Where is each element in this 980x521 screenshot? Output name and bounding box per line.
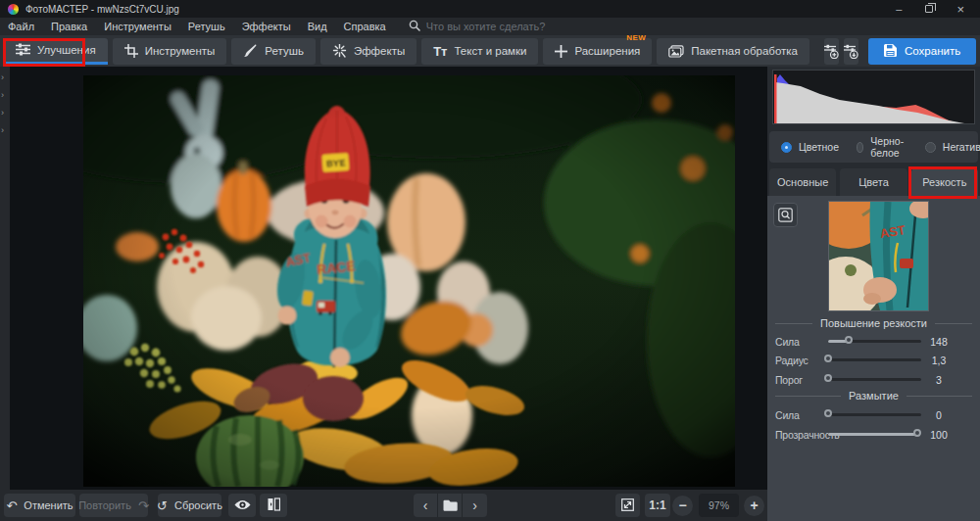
slider-label: Сила — [775, 409, 800, 421]
slider-knob[interactable] — [824, 374, 832, 382]
fit-to-screen-button[interactable] — [615, 494, 640, 517]
slider-value: 1,3 — [916, 355, 961, 366]
reset-icon: ↺ — [157, 499, 168, 512]
slider-knob[interactable] — [824, 409, 832, 417]
tab-text-frames[interactable]: Тт Текст и рамки — [421, 38, 538, 65]
tab-tools[interactable]: Инструменты — [113, 38, 227, 65]
download-preset-button[interactable] — [844, 38, 858, 65]
main-toolbar: Улучшения Инструменты Ретушь Эффекты Тт … — [0, 35, 980, 67]
eye-icon — [234, 499, 251, 512]
slider-label: Сила — [775, 336, 800, 348]
title-bar: ФотоМАСТЕР - mwNzsCt7vCU.jpg – × — [0, 0, 980, 18]
slider-track[interactable] — [828, 433, 921, 436]
expand-chevron-icon[interactable]: › — [1, 126, 4, 135]
zoom-out-button[interactable]: − — [672, 496, 693, 516]
expand-icon — [621, 498, 634, 513]
tab-label: Текст и рамки — [454, 45, 526, 57]
next-photo-button[interactable]: › — [463, 494, 487, 517]
tab-batch-processing[interactable]: Пакетная обработка — [657, 38, 809, 65]
window-title: ФотоМАСТЕР - mwNzsCt7vCU.jpg — [25, 4, 179, 15]
slider-label: Порог — [775, 374, 803, 386]
slider-track[interactable] — [828, 378, 921, 381]
show-original-button[interactable] — [228, 494, 256, 517]
menu-file[interactable]: Файл — [8, 21, 34, 32]
photo-canvas[interactable]: AST RACE — [10, 67, 767, 490]
zoom-in-button[interactable]: + — [744, 496, 764, 516]
tab-label: Улучшения — [37, 44, 96, 56]
menu-edit[interactable]: Правка — [51, 21, 87, 32]
search-icon — [409, 18, 420, 35]
slider-knob[interactable] — [824, 355, 832, 362]
slider-row-strength: Сила 148 — [767, 334, 980, 350]
section-header-sharpen: Повышение резкости — [775, 316, 972, 330]
text-icon: Тт — [433, 44, 447, 59]
restore-button[interactable] — [925, 5, 933, 13]
slider-row-opacity: Прозрачность 100 — [767, 427, 980, 443]
slider-track[interactable] — [828, 358, 921, 361]
folder-icon — [443, 499, 458, 511]
slider-row-radius: Радиус 1,3 — [767, 353, 980, 368]
add-preset-button[interactable] — [824, 38, 839, 65]
sharpness-panel: AST Повышение резкости Сила 148 Радиус — [767, 196, 980, 521]
magic-wand-icon — [332, 44, 347, 58]
expand-chevron-icon[interactable]: › — [1, 109, 4, 118]
slider-knob[interactable] — [845, 336, 853, 344]
slider-label: Радиус — [775, 355, 808, 366]
right-panel: Цветное Черно-белое Негатив Основные Цве… — [767, 67, 980, 521]
radio-dot-icon — [925, 142, 936, 153]
undo-button[interactable]: ↶ Отменить — [4, 494, 75, 517]
close-button[interactable]: × — [956, 4, 964, 15]
menu-view[interactable]: Вид — [308, 21, 327, 32]
radio-negative[interactable]: Негатив — [925, 141, 980, 153]
before-after-button[interactable] — [260, 494, 287, 517]
tab-label: Расширения — [574, 45, 640, 57]
radio-dot-icon — [857, 142, 863, 153]
zoom-actual-size-button[interactable]: 1:1 — [645, 494, 670, 517]
photos-icon — [668, 45, 684, 58]
slider-track[interactable] — [828, 340, 921, 343]
menu-tools[interactable]: Инструменты — [104, 21, 172, 32]
radio-black-white[interactable]: Черно-белое — [857, 135, 907, 159]
expand-chevron-icon[interactable]: › — [1, 73, 4, 82]
new-badge: NEW — [626, 33, 646, 42]
save-label: Сохранить — [905, 45, 960, 57]
tab-colors[interactable]: Цвета — [840, 168, 906, 196]
folder-button[interactable] — [438, 494, 463, 517]
search-input[interactable] — [426, 21, 593, 32]
tab-basic[interactable]: Основные — [769, 168, 836, 196]
tab-extensions[interactable]: NEW Расширения — [543, 38, 652, 65]
crop-icon — [124, 44, 138, 58]
file-navigation: ‹ › — [414, 494, 487, 517]
reset-button[interactable]: ↺ Сбросить — [158, 494, 221, 517]
tab-label: Инструменты — [145, 45, 216, 57]
radio-color[interactable]: Цветное — [781, 141, 839, 153]
sharpness-preview-thumbnail[interactable]: AST — [828, 201, 929, 311]
slider-value: 0 — [916, 409, 961, 421]
tab-enhancements[interactable]: Улучшения — [4, 38, 108, 65]
slider-value: 3 — [916, 374, 961, 386]
app-logo-icon — [8, 4, 19, 15]
compare-icon — [268, 497, 280, 513]
tab-retouch[interactable]: Ретушь — [231, 38, 316, 65]
minimize-button[interactable]: – — [896, 4, 902, 15]
menu-effects[interactable]: Эффекты — [242, 21, 291, 32]
color-mode-row: Цветное Черно-белое Негатив — [769, 131, 978, 163]
menu-retouch[interactable]: Ретушь — [188, 21, 225, 32]
expand-chevron-icon[interactable]: › — [1, 91, 4, 100]
slider-knob[interactable] — [913, 429, 921, 437]
save-button[interactable]: Сохранить — [868, 38, 976, 65]
redo-icon: ↷ — [138, 499, 149, 512]
sliders-icon — [16, 43, 30, 56]
histogram — [772, 70, 975, 124]
redo-button[interactable]: Повторить ↷ — [79, 494, 148, 517]
previous-photo-button[interactable]: ‹ — [414, 494, 438, 517]
zoom-preview-button[interactable] — [773, 203, 798, 227]
tab-effects[interactable]: Эффекты — [320, 38, 416, 65]
left-collapse-strip: › › › › — [0, 67, 10, 490]
slider-track[interactable] — [828, 413, 921, 416]
slider-value: 100 — [916, 429, 961, 441]
slider-row-threshold: Порог 3 — [767, 372, 980, 388]
settings-tabs: Основные Цвета Резкость — [767, 168, 980, 196]
menu-help[interactable]: Справка — [344, 21, 386, 32]
tab-sharpness[interactable]: Резкость — [911, 168, 978, 196]
